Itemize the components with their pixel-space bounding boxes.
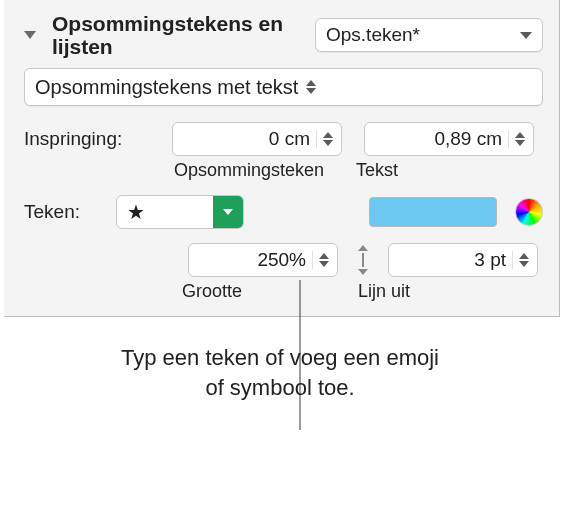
text-indent-caption: Tekst — [356, 160, 398, 181]
align-caption: Lijn uit — [358, 281, 410, 302]
bullet-indent-caption: Opsommingsteken — [174, 160, 356, 181]
indent-label: Inspringing: — [24, 128, 162, 150]
updown-chevron-icon — [298, 80, 316, 94]
callout-text: Typ een teken of voeg een emoji of symbo… — [90, 343, 470, 402]
stepper-icon[interactable] — [508, 130, 529, 148]
dropdown-button[interactable] — [213, 196, 243, 228]
bullet-size-value: 250% — [199, 249, 312, 271]
stepper-icon[interactable] — [316, 130, 337, 148]
bullet-color-swatch[interactable] — [369, 197, 497, 227]
bullet-type-value: Opsommingstekens met tekst — [35, 76, 298, 99]
bullet-indent-value: 0 cm — [183, 128, 316, 150]
bullet-align-value: 3 pt — [399, 249, 512, 271]
list-style-popup[interactable]: Ops.teken* — [315, 18, 543, 52]
text-indent-field[interactable]: 0,89 cm — [364, 122, 534, 156]
chevron-down-icon — [510, 32, 532, 39]
bullet-character-combo[interactable]: ★ — [116, 195, 244, 229]
align-vertical-icon — [358, 245, 368, 275]
color-wheel-icon[interactable] — [515, 198, 543, 226]
size-caption: Grootte — [182, 281, 358, 302]
bullet-align-field[interactable]: 3 pt — [388, 243, 538, 277]
bullet-type-popup[interactable]: Opsommingstekens met tekst — [24, 68, 543, 106]
text-indent-value: 0,89 cm — [375, 128, 508, 150]
character-label: Teken: — [24, 201, 104, 223]
bullet-size-field[interactable]: 250% — [188, 243, 338, 277]
stepper-icon[interactable] — [312, 251, 333, 269]
bullet-indent-field[interactable]: 0 cm — [172, 122, 342, 156]
list-style-value: Ops.teken* — [326, 24, 420, 46]
bullets-and-lists-panel: Opsommings­tekens en lijsten Ops.teken* … — [4, 0, 560, 317]
disclosure-triangle-icon[interactable] — [24, 31, 36, 39]
stepper-icon[interactable] — [512, 251, 533, 269]
star-icon: ★ — [117, 200, 213, 224]
section-title: Opsommings­tekens en lijsten — [52, 12, 305, 58]
